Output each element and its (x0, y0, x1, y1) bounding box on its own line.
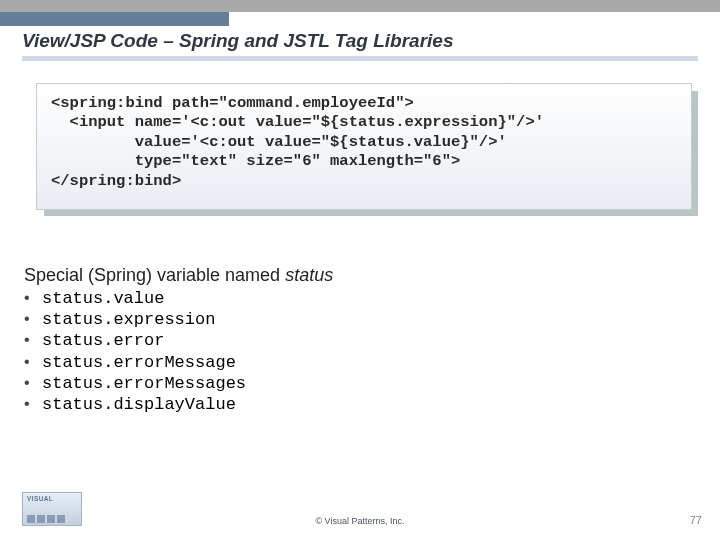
section-status-word: status (285, 265, 333, 285)
footer-copyright: © Visual Patterns, Inc. (0, 516, 720, 526)
page-title: View/JSP Code – Spring and JSTL Tag Libr… (22, 30, 720, 52)
section-heading: Special (Spring) variable named status (24, 265, 720, 286)
list-item: status.errorMessage (24, 352, 720, 373)
list-item: status.errorMessages (24, 373, 720, 394)
section-prefix: Special (Spring) variable named (24, 265, 285, 285)
logo-text: VISUAL (27, 495, 77, 502)
title-rule (22, 56, 698, 61)
code-line: </spring:bind> (51, 172, 181, 190)
code-line: <input name='<c:out value="${status.expr… (51, 113, 544, 131)
list-item: status.value (24, 288, 720, 309)
code-line: value='<c:out value="${status.value}"/>' (51, 133, 507, 151)
var-name: status.displayValue (42, 395, 236, 414)
code-line: type="text" size="6" maxlength="6"> (51, 152, 460, 170)
var-name: status.errorMessages (42, 374, 246, 393)
code-box: <spring:bind path="command.employeeId"> … (36, 83, 692, 210)
var-name: status.errorMessage (42, 353, 236, 372)
top-bar (0, 0, 720, 26)
page-number: 77 (690, 514, 702, 526)
list-item: status.expression (24, 309, 720, 330)
var-name: status.expression (42, 310, 215, 329)
top-bar-stripe-slate (0, 12, 229, 26)
top-bar-stripe-gray (0, 0, 720, 12)
list-item: status.error (24, 330, 720, 351)
list-item: status.displayValue (24, 394, 720, 415)
code-block: <spring:bind path="command.employeeId"> … (51, 94, 677, 191)
var-name: status.error (42, 331, 164, 350)
code-line: <spring:bind path="command.employeeId"> (51, 94, 414, 112)
var-name: status.value (42, 289, 164, 308)
status-vars-list: status.value status.expression status.er… (24, 288, 720, 416)
